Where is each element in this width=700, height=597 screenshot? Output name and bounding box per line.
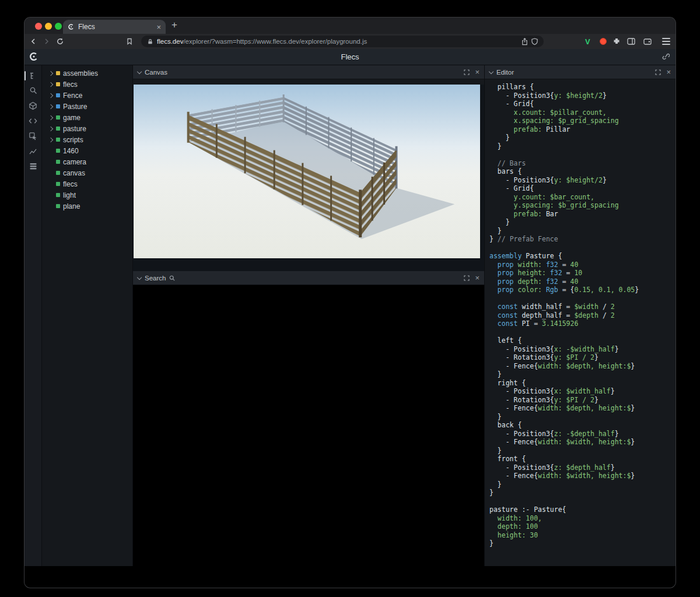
- share-icon[interactable]: [522, 38, 528, 45]
- entity-color-square: [56, 182, 60, 186]
- red-extension-icon[interactable]: [600, 38, 607, 45]
- code-line: prop depth: f32 = 40: [489, 278, 676, 286]
- zoom-window-button[interactable]: [55, 23, 62, 30]
- code-line: bars {: [489, 167, 676, 176]
- tree-item[interactable]: light: [42, 189, 132, 201]
- code-line: pillars {: [489, 83, 676, 92]
- tree-item[interactable]: flecs: [42, 178, 132, 189]
- tree-item[interactable]: plane: [42, 201, 132, 212]
- entity-color-square: [56, 149, 60, 153]
- back-button[interactable]: [30, 38, 37, 45]
- query-search-icon[interactable]: [29, 86, 38, 95]
- tree-item-label: 1460: [63, 147, 79, 155]
- code-line: - Position3{x: $width_half}: [489, 387, 676, 396]
- main-layout: assembliesflecsFencePasturegamepasturesc…: [24, 65, 676, 566]
- stats-chart-icon[interactable]: [29, 146, 38, 156]
- editor-code[interactable]: pillars { - Position3{y: $height/2} - Gr…: [485, 79, 676, 566]
- tool-strip: [24, 65, 42, 566]
- code-line: - Position3{z: $depth_half}: [489, 463, 676, 472]
- search-panel-title: Search: [145, 275, 166, 282]
- app-header: Flecs: [24, 49, 676, 65]
- entity-color-square: [56, 138, 60, 142]
- side-panel-icon[interactable]: [627, 38, 635, 45]
- tree-item[interactable]: camera: [42, 156, 132, 167]
- inspect-cursor-icon[interactable]: [29, 131, 38, 141]
- url-text[interactable]: flecs.dev/explorer/?wasm=https://www.fle…: [157, 38, 518, 45]
- code-line: prop height: f32 = 10: [489, 269, 676, 278]
- tab-close-icon[interactable]: ×: [156, 23, 161, 31]
- code-line: - Fence{width: $width, height:$}: [489, 472, 676, 480]
- address-bar[interactable]: flecs.dev/explorer/?wasm=https://www.fle…: [141, 36, 544, 47]
- memory-rows-icon[interactable]: [29, 161, 38, 171]
- collapse-chevron-icon[interactable]: [137, 69, 142, 73]
- v-extension-icon[interactable]: V: [585, 37, 590, 46]
- code-line: }: [489, 447, 676, 455]
- reload-button[interactable]: [57, 38, 64, 45]
- code-line: - Position3{z: -$depth_half}: [489, 430, 676, 438]
- bookmark-sidebar-icon[interactable]: [126, 38, 133, 45]
- code-line: }: [489, 218, 676, 227]
- tree-item[interactable]: Fence: [42, 90, 132, 101]
- close-panel-icon[interactable]: ×: [475, 68, 480, 76]
- code-line: - Rotation3{y: $PI / 2}: [489, 396, 676, 405]
- expand-chevron-icon[interactable]: [48, 82, 53, 86]
- fullscreen-icon[interactable]: [655, 69, 661, 75]
- script-code-icon[interactable]: [29, 116, 38, 125]
- code-line: y.spacing: $b_grid_spacing: [489, 201, 676, 210]
- search-panel-header: Search ×: [133, 271, 484, 285]
- 3d-viewport[interactable]: [134, 85, 480, 258]
- tree-item[interactable]: canvas: [42, 167, 132, 178]
- code-line: - Grid{: [489, 184, 676, 193]
- expand-chevron-icon[interactable]: [48, 126, 53, 131]
- share-link-icon[interactable]: [662, 52, 670, 61]
- tree-item-label: flecs: [63, 180, 78, 188]
- tree-item[interactable]: 1460: [42, 145, 132, 156]
- page-title: Flecs: [341, 52, 359, 61]
- browser-tab[interactable]: Flecs ×: [63, 20, 166, 34]
- close-panel-icon[interactable]: ×: [666, 68, 671, 76]
- code-line: - Position3{y: $height/2}: [489, 176, 676, 185]
- code-line: }: [489, 142, 676, 151]
- tree-item[interactable]: flecs: [42, 79, 132, 90]
- tree-item-label: assemblies: [63, 69, 98, 78]
- tree-item[interactable]: game: [42, 112, 132, 123]
- extensions-puzzle-icon[interactable]: [613, 38, 621, 45]
- forward-button[interactable]: [43, 38, 50, 45]
- expand-chevron-icon[interactable]: [48, 137, 53, 142]
- collapse-chevron-icon[interactable]: [489, 69, 494, 73]
- tree-item-label: plane: [63, 202, 80, 210]
- tree-item-label: Fence: [63, 92, 82, 100]
- components-cube-icon[interactable]: [29, 101, 38, 110]
- tree-item[interactable]: pasture: [42, 123, 132, 134]
- brave-shield-icon[interactable]: [531, 38, 538, 45]
- code-line: - Position3{x: -$width_half}: [489, 345, 676, 354]
- expand-chevron-icon[interactable]: [48, 115, 53, 120]
- expand-chevron-icon[interactable]: [48, 93, 53, 97]
- tree-item-label: flecs: [63, 80, 78, 89]
- close-window-button[interactable]: [35, 23, 42, 30]
- tree-item-label: game: [63, 114, 80, 122]
- collapse-chevron-icon[interactable]: [137, 275, 142, 279]
- code-line: pasture :- Pasture{: [489, 505, 676, 514]
- tree-item[interactable]: assemblies: [42, 68, 132, 79]
- search-panel: Search ×: [133, 271, 484, 571]
- entity-tree-icon[interactable]: [29, 71, 38, 80]
- expand-chevron-icon[interactable]: [48, 71, 53, 75]
- minimize-window-button[interactable]: [45, 23, 52, 30]
- tree-item[interactable]: Pasture: [42, 101, 132, 112]
- new-tab-button[interactable]: +: [172, 19, 177, 31]
- url-host: flecs.dev: [157, 38, 183, 45]
- code-line: assembly Pasture {: [489, 252, 676, 261]
- canvas-panel: Canvas ×: [133, 65, 484, 271]
- menu-hamburger-icon[interactable]: [662, 41, 670, 42]
- expand-chevron-icon[interactable]: [48, 104, 53, 108]
- fullscreen-icon[interactable]: [464, 69, 470, 75]
- entity-color-square: [56, 160, 60, 164]
- close-panel-icon[interactable]: ×: [475, 274, 480, 282]
- wallet-icon[interactable]: [643, 38, 652, 45]
- tree-item[interactable]: scripts: [42, 134, 132, 145]
- code-line: width: 100,: [489, 514, 676, 523]
- flecs-page: Flecs: [24, 49, 676, 588]
- fullscreen-icon[interactable]: [464, 275, 470, 281]
- code-line: height: 30: [489, 531, 676, 540]
